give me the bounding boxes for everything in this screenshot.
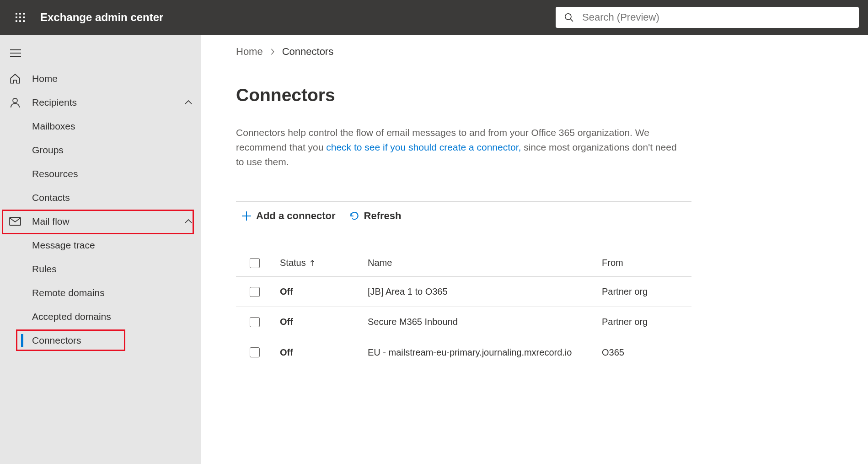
sidebar-item-label: Mail flow	[32, 216, 70, 227]
svg-rect-0	[16, 13, 17, 15]
sidebar-item-label: Mailboxes	[32, 121, 75, 132]
sidebar-item-home[interactable]: Home	[0, 67, 201, 91]
hamburger-icon	[10, 49, 21, 57]
add-connector-button[interactable]: Add a connector	[241, 210, 336, 222]
select-all-checkbox[interactable]	[250, 258, 260, 268]
app-title: Exchange admin center	[40, 11, 163, 24]
sidebar-item-label: Rules	[32, 264, 57, 275]
toolbar-label: Refresh	[364, 210, 402, 222]
from-cell: Partner org	[602, 317, 716, 327]
hamburger-button[interactable]	[5, 42, 27, 64]
column-label: From	[602, 258, 623, 268]
breadcrumb-home[interactable]: Home	[236, 46, 263, 58]
search-icon	[564, 12, 574, 22]
sidebar-item-remote-domains[interactable]: Remote domains	[0, 281, 201, 305]
sidebar-item-mailboxes[interactable]: Mailboxes	[0, 114, 201, 138]
mail-icon	[9, 216, 21, 227]
sidebar-item-contacts[interactable]: Contacts	[0, 186, 201, 210]
table-row[interactable]: Off Secure M365 Inbound Partner org	[236, 307, 691, 337]
search-input[interactable]	[582, 11, 851, 23]
plus-icon	[241, 211, 252, 221]
svg-point-9	[565, 14, 571, 20]
from-cell: Partner org	[602, 286, 716, 297]
sort-ascending-icon	[310, 260, 315, 266]
row-checkbox[interactable]	[250, 317, 260, 327]
row-checkbox[interactable]	[250, 287, 260, 297]
row-checkbox[interactable]	[250, 347, 260, 357]
svg-rect-5	[23, 16, 25, 18]
sidebar-item-label: Remote domains	[32, 287, 105, 298]
status-cell: Off	[280, 317, 368, 327]
sidebar-item-recipients[interactable]: Recipients	[0, 91, 201, 114]
svg-rect-8	[23, 20, 25, 22]
table-row[interactable]: Off [JB] Area 1 to O365 Partner org	[236, 277, 691, 307]
app-launcher-button[interactable]	[9, 6, 31, 28]
name-cell: [JB] Area 1 to O365	[368, 286, 602, 297]
svg-rect-6	[16, 20, 17, 22]
sidebar-item-label: Connectors	[32, 335, 81, 346]
column-header-from[interactable]: From	[602, 258, 716, 268]
sidebar-item-label: Message trace	[32, 240, 95, 251]
status-cell: Off	[280, 347, 368, 358]
page-title: Connectors	[236, 85, 691, 105]
refresh-icon	[349, 211, 359, 221]
chevron-up-icon	[185, 219, 192, 224]
name-cell: EU - mailstream-eu-primary.journaling.mx…	[368, 347, 602, 358]
breadcrumb-current: Connectors	[282, 46, 334, 58]
sidebar-item-resources[interactable]: Resources	[0, 162, 201, 186]
chevron-right-icon	[269, 49, 276, 55]
sidebar-item-rules[interactable]: Rules	[0, 257, 201, 281]
column-header-name[interactable]: Name	[368, 258, 602, 268]
toolbar-label: Add a connector	[256, 210, 336, 222]
sidebar-item-message-trace[interactable]: Message trace	[0, 233, 201, 257]
sidebar-item-label: Contacts	[32, 192, 70, 203]
sidebar-item-mail-flow[interactable]: Mail flow	[0, 210, 201, 233]
svg-rect-4	[19, 16, 21, 18]
sidebar-item-accepted-domains[interactable]: Accepted domains	[0, 305, 201, 329]
sidebar: Home Recipients Mailboxes Groups Resourc…	[0, 35, 201, 464]
sidebar-item-groups[interactable]: Groups	[0, 138, 201, 162]
check-connector-link[interactable]: check to see if you should create a conn…	[326, 142, 521, 152]
home-icon	[9, 73, 21, 85]
search-box[interactable]	[556, 7, 859, 28]
sidebar-item-label: Recipients	[32, 97, 77, 108]
sidebar-item-connectors[interactable]: Connectors	[0, 329, 201, 352]
page-description: Connectors help control the flow of emai…	[236, 125, 682, 169]
status-cell: Off	[280, 286, 368, 297]
column-header-status[interactable]: Status	[280, 258, 368, 268]
person-icon	[9, 97, 21, 108]
table-header: Status Name From	[236, 249, 691, 277]
sidebar-item-label: Accepted domains	[32, 311, 111, 322]
sidebar-item-label: Groups	[32, 145, 64, 156]
connectors-table: Status Name From Off [JB] Area	[236, 249, 691, 367]
svg-rect-1	[19, 13, 21, 15]
refresh-button[interactable]: Refresh	[349, 210, 402, 222]
svg-point-14	[13, 98, 17, 103]
svg-rect-7	[19, 20, 21, 22]
column-label: Status	[280, 258, 306, 268]
svg-line-10	[571, 19, 573, 22]
sidebar-item-label: Home	[32, 73, 58, 84]
column-label: Name	[368, 258, 392, 268]
breadcrumb: Home Connectors	[236, 46, 691, 58]
from-cell: O365	[602, 347, 716, 358]
svg-rect-3	[16, 16, 17, 18]
table-row[interactable]: Off EU - mailstream-eu-primary.journalin…	[236, 337, 691, 367]
name-cell: Secure M365 Inbound	[368, 317, 602, 327]
svg-rect-15	[10, 217, 21, 225]
svg-rect-2	[23, 13, 25, 15]
chevron-up-icon	[185, 100, 192, 105]
sidebar-item-label: Resources	[32, 168, 78, 179]
waffle-icon	[16, 13, 25, 22]
